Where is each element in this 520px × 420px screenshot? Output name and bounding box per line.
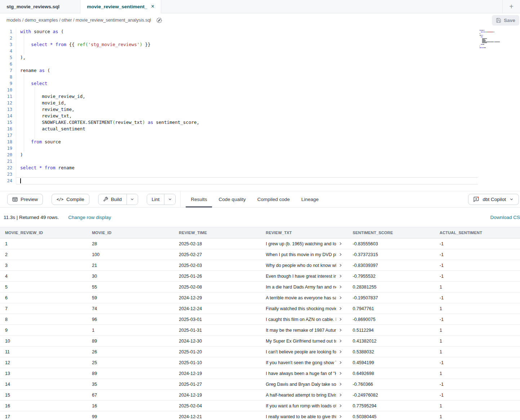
cell-movie-id: 89 [87,368,174,379]
expand-row-icon[interactable] [339,404,343,408]
expand-row-icon[interactable] [339,382,343,386]
code-line[interactable]: 18 from source [0,139,520,145]
tab-compiled-code[interactable]: Compiled code [251,191,295,207]
cell-review-txt: If you haven't seen the gong show TV s… [261,357,348,368]
cell-actual-sentiment: 1 [435,325,520,335]
code-line[interactable]: 4 [0,48,520,54]
code-line[interactable]: 12 movie_id, [0,100,520,106]
code-line[interactable]: 5), [0,54,520,61]
review-text: A half-hearted attempt to bring Elvis P… [266,393,336,398]
compass-docs-button[interactable] [155,15,164,25]
cell-movie-id: 28 [87,238,174,249]
table-row: 10892024-12-30My Super Ex Girlfriend tur… [0,336,520,347]
expand-row-icon[interactable] [339,307,343,310]
expand-row-icon[interactable] [339,253,343,256]
compile-button[interactable]: </> Compile [52,194,89,205]
build-button[interactable]: Build [98,194,127,205]
line-number: 12 [0,100,16,106]
expand-row-icon[interactable] [339,371,343,375]
cell-movie-review-id: 6 [0,292,87,303]
cell-movie-review-id: 9 [0,325,87,335]
tab-code-quality[interactable]: Code quality [213,191,251,207]
lint-button-group: Lint [147,194,176,205]
cell-review-time: 2025-02-08 [174,282,261,292]
expand-row-icon[interactable] [339,393,343,397]
cell-movie-id: 30 [87,271,174,281]
table-row: 5552025-02-08Im a die hard Dads Army fan… [0,282,520,292]
new-tab-button[interactable]: + [503,3,520,11]
expand-row-icon[interactable] [339,296,343,300]
cell-movie-id: 59 [87,292,174,303]
line-number: 16 [0,126,16,132]
review-text: When I put this movie in my DVD playe… [266,252,336,257]
table-row: 13892024-12-19I have always been a huge … [0,368,520,379]
column-header-movie_id: MOVIE_ID [87,227,174,238]
code-line[interactable]: 10 [0,87,520,93]
code-line[interactable]: 13 review_time, [0,106,520,113]
editor-tab-1[interactable]: stg_movie_reviews.sql [0,0,80,13]
dbt-copilot-button[interactable]: dbt Copilot [468,194,519,205]
code-editor[interactable]: 1with source as (23 select * from {{ ref… [0,27,520,191]
expand-row-icon[interactable] [339,415,343,419]
cell-sentiment-score: -0.7955532 [348,271,435,281]
code-text: movie_review_id, [16,93,85,100]
code-text [16,87,20,93]
code-line[interactable]: 24 [0,178,520,184]
save-icon [496,18,501,23]
code-line[interactable]: 11 movie_review_id, [0,93,520,100]
code-text: ) [16,152,23,158]
code-line[interactable]: 1with source as ( [0,28,520,35]
query-status: 11.3s | Returned 49 rows. [4,215,59,220]
code-line[interactable]: 16 actual_sentiment [0,126,520,132]
table-row: 8962025-03-01I caught this film on AZN o… [0,314,520,325]
cell-sentiment-score: 0.50380445 [348,411,435,420]
expand-row-icon[interactable] [339,328,343,332]
cell-sentiment-score: 0.28381255 [348,282,435,292]
code-line[interactable]: 20) [0,152,520,158]
code-line[interactable]: 15 SNOWFLAKE.CORTEX.SENTIMENT(review_txt… [0,119,520,126]
code-line[interactable]: 3 select * from {{ ref('stg_movie_review… [0,41,520,48]
tab-lineage[interactable]: Lineage [295,191,324,207]
code-line[interactable]: 21 [0,158,520,165]
code-line[interactable]: 14 review_txt, [0,113,520,119]
code-line[interactable]: 2 [0,35,520,41]
cell-movie-id: 26 [87,347,174,357]
lint-options-button[interactable] [164,194,175,205]
copilot-chat-icon [473,196,479,202]
table-row: 21002025-02-27When I put this movie in m… [0,249,520,260]
expand-row-icon[interactable] [339,242,343,246]
build-options-button[interactable] [127,194,138,205]
code-text [16,48,20,54]
code-line[interactable]: 17 [0,132,520,139]
tab-results[interactable]: Results [185,191,213,207]
expand-row-icon[interactable] [339,361,343,365]
code-line[interactable]: 23 [0,171,520,178]
code-line[interactable]: 9 select [0,80,520,87]
download-csv-link[interactable]: Download CSV [490,215,520,220]
code-line[interactable]: 19 [0,145,520,152]
lint-button[interactable]: Lint [147,194,164,205]
expand-row-icon[interactable] [339,350,343,354]
expand-row-icon[interactable] [339,339,343,343]
cell-sentiment-score: 0.7947761 [348,303,435,314]
code-line[interactable]: 8 [0,74,520,80]
editor-tab-2[interactable]: movie_review_sentiment_…× [80,0,161,13]
preview-button[interactable]: Preview [7,194,43,205]
expand-row-icon[interactable] [339,317,343,321]
cell-movie-id: 100 [87,249,174,260]
expand-row-icon[interactable] [339,285,343,289]
expand-row-icon[interactable] [339,274,343,278]
code-line[interactable]: 6 [0,61,520,67]
change-row-display-link[interactable]: Change row display [68,215,111,220]
editor-tab-bar: stg_movie_reviews.sqlmovie_review_sentim… [0,0,520,13]
minimap[interactable] [480,30,505,51]
code-line[interactable]: 22select * from rename [0,165,520,171]
close-tab-icon[interactable]: × [151,4,154,9]
cell-review-time: 2025-01-27 [174,379,261,389]
expand-row-icon[interactable] [339,263,343,267]
cell-movie-review-id: 5 [0,282,87,292]
save-button[interactable]: Save [492,15,519,26]
code-line[interactable]: 7rename as ( [0,67,520,74]
cell-actual-sentiment: -1 [435,238,520,249]
copilot-label: dbt Copilot [482,197,506,202]
